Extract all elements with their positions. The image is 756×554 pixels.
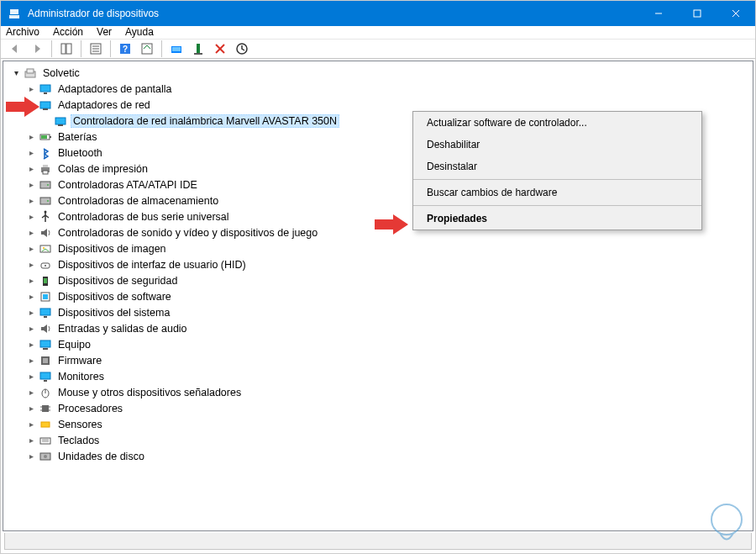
menu-help[interactable]: Ayuda <box>125 26 154 38</box>
device-label[interactable]: Dispositivos de imagen <box>55 242 169 256</box>
toolbar-separator <box>51 40 52 57</box>
context-menu-item[interactable]: Desinstalar <box>413 156 701 177</box>
expander-icon[interactable] <box>25 387 37 398</box>
disable-button[interactable] <box>211 40 229 58</box>
svg-rect-35 <box>43 171 48 174</box>
device-label[interactable]: Controladora de red inalámbrica Marvell … <box>71 114 339 128</box>
svg-rect-50 <box>44 316 47 318</box>
menu-file[interactable]: Archivo <box>6 26 39 38</box>
device-category[interactable]: Unidades de disco <box>7 448 753 464</box>
device-label[interactable]: Dispositivos del sistema <box>55 306 172 319</box>
device-label[interactable]: Monitores <box>55 370 107 383</box>
menu-view[interactable]: Ver <box>97 26 112 38</box>
expander-icon[interactable] <box>25 403 37 414</box>
device-category[interactable]: Adaptadores de pantalla <box>7 81 753 97</box>
maximize-button[interactable] <box>678 1 717 26</box>
help-button[interactable]: ? <box>116 40 134 58</box>
device-category[interactable]: Firmware <box>7 352 753 368</box>
device-label[interactable]: Controladoras de sonido y vídeo y dispos… <box>55 226 320 240</box>
svg-rect-26 <box>40 102 50 108</box>
device-label[interactable]: Mouse y otros dispositivos señaladores <box>55 386 244 399</box>
device-category[interactable]: Entradas y salidas de audio <box>7 320 753 336</box>
device-icon <box>39 418 52 431</box>
device-label[interactable]: Dispositivos de interfaz de usuario (HID… <box>55 258 249 272</box>
device-label[interactable]: Bluetooth <box>55 146 105 160</box>
device-icon <box>39 370 52 383</box>
device-label[interactable]: Adaptadores de red <box>55 98 153 112</box>
device-label[interactable]: Teclados <box>55 434 102 447</box>
device-label[interactable]: Unidades de disco <box>55 450 147 463</box>
expander-icon[interactable] <box>25 211 37 223</box>
expander-icon[interactable] <box>25 259 37 271</box>
device-label[interactable]: Solvetic <box>40 66 82 80</box>
expander-icon[interactable] <box>25 227 37 239</box>
device-label[interactable]: Colas de impresión <box>55 162 150 176</box>
device-category[interactable]: Solvetic <box>7 65 753 81</box>
device-category[interactable]: Sensores <box>7 416 753 432</box>
expander-icon[interactable] <box>25 83 37 95</box>
close-button[interactable] <box>717 1 755 26</box>
expander-icon[interactable] <box>25 355 37 367</box>
device-label[interactable]: Procesadores <box>55 402 125 415</box>
device-label[interactable]: Adaptadores de pantalla <box>55 82 175 96</box>
expander-icon[interactable] <box>10 67 22 79</box>
device-icon <box>54 114 67 128</box>
svg-rect-25 <box>44 92 47 94</box>
expander-icon[interactable] <box>25 323 37 335</box>
device-label[interactable]: Controladoras de bus serie universal <box>55 210 232 224</box>
titlebar: Administrador de dispositivos <box>1 1 755 26</box>
context-menu-separator <box>413 179 701 180</box>
device-category[interactable]: Dispositivos de imagen <box>7 240 753 256</box>
expander-icon[interactable] <box>25 371 37 383</box>
device-category[interactable]: Dispositivos de software <box>7 288 753 304</box>
expander-icon[interactable] <box>25 147 37 159</box>
device-label[interactable]: Firmware <box>55 354 104 367</box>
device-category[interactable]: Dispositivos de seguridad <box>7 272 753 288</box>
expander-icon[interactable] <box>25 291 37 303</box>
properties-button[interactable] <box>87 40 105 58</box>
svg-point-40 <box>45 210 47 213</box>
minimize-button[interactable] <box>639 1 678 26</box>
context-menu-item[interactable]: Actualizar software de controlador... <box>413 112 701 134</box>
forward-button[interactable] <box>28 40 46 58</box>
device-label[interactable]: Dispositivos de seguridad <box>55 274 180 288</box>
context-menu-item[interactable]: Deshabilitar <box>413 134 701 156</box>
uninstall-button[interactable] <box>189 40 207 58</box>
device-icon <box>39 338 52 351</box>
device-label[interactable]: Equipo <box>55 338 93 351</box>
device-category[interactable]: Dispositivos del sistema <box>7 304 753 320</box>
device-label[interactable]: Controladoras ATA/ATAPI IDE <box>55 178 200 192</box>
expander-icon[interactable] <box>25 179 37 191</box>
device-category[interactable]: Monitores <box>7 368 753 384</box>
expander-icon[interactable] <box>25 163 37 175</box>
back-button[interactable] <box>6 40 24 58</box>
device-category[interactable]: Mouse y otros dispositivos señaladores <box>7 384 753 400</box>
scan-hardware-button[interactable] <box>138 40 156 58</box>
show-hide-console-button[interactable] <box>57 40 76 58</box>
expander-icon[interactable] <box>25 339 37 351</box>
update-driver-button[interactable] <box>167 40 186 58</box>
enable-button[interactable] <box>233 40 251 58</box>
expander-icon[interactable] <box>25 435 37 446</box>
expander-icon[interactable] <box>25 275 37 287</box>
expander-icon[interactable] <box>25 195 37 207</box>
expander-icon[interactable] <box>25 243 37 255</box>
menu-action[interactable]: Acción <box>53 26 83 38</box>
context-menu-item[interactable]: Buscar cambios de hardware <box>413 182 701 203</box>
device-label[interactable]: Controladoras de almacenamiento <box>55 194 221 208</box>
context-menu-item[interactable]: Propiedades <box>413 208 701 230</box>
device-category[interactable]: Dispositivos de interfaz de usuario (HID… <box>7 256 753 272</box>
context-menu[interactable]: Actualizar software de controlador...Des… <box>412 111 702 230</box>
expander-icon[interactable] <box>25 307 37 319</box>
device-category[interactable]: Teclados <box>7 432 753 448</box>
device-label[interactable]: Sensores <box>55 418 105 431</box>
device-category[interactable]: Equipo <box>7 336 753 352</box>
expander-icon[interactable] <box>25 131 37 143</box>
device-label[interactable]: Entradas y salidas de audio <box>55 322 190 335</box>
expander-icon[interactable] <box>25 419 37 430</box>
device-label[interactable]: Baterías <box>55 130 100 144</box>
device-category[interactable]: Procesadores <box>7 400 753 416</box>
svg-rect-1 <box>10 9 18 14</box>
device-label[interactable]: Dispositivos de software <box>55 290 174 303</box>
expander-icon[interactable] <box>25 451 37 462</box>
